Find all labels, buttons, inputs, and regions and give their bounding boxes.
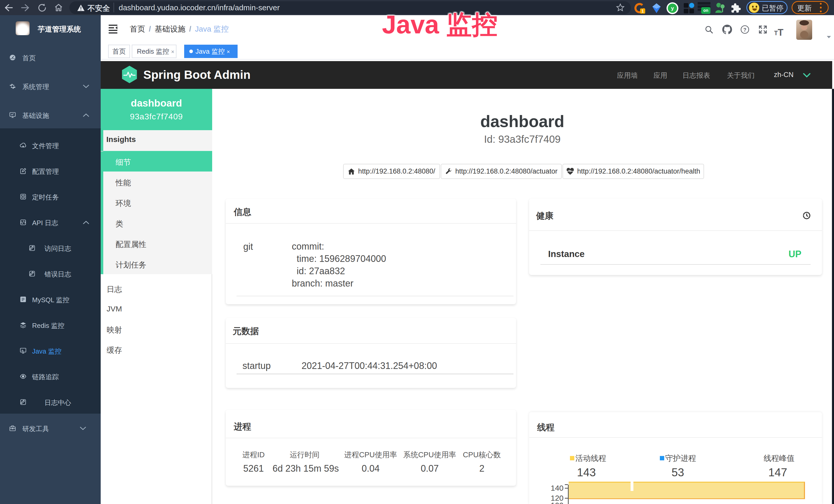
svg-text:?: ? [743, 27, 746, 32]
svg-text:1: 1 [642, 9, 644, 13]
svg-text:y: y [671, 5, 674, 11]
